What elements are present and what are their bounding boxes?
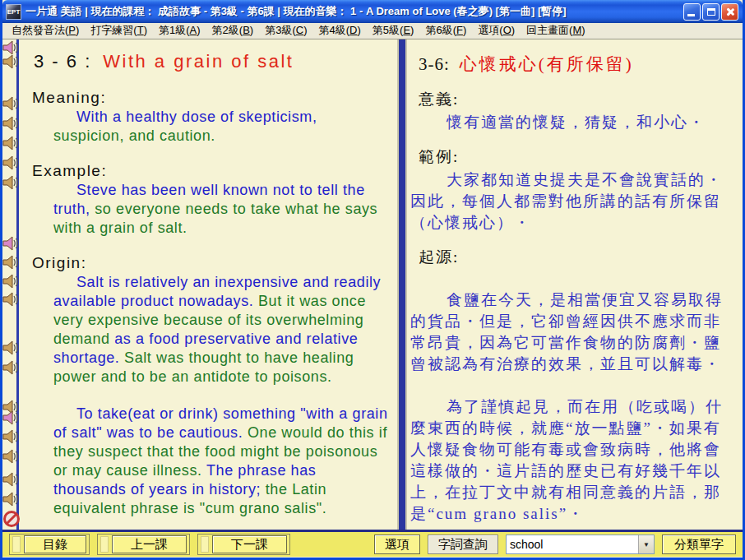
maximize-button[interactable] [702, 3, 720, 21]
word-search-combobox: ▼ [506, 535, 655, 554]
speaker-icon[interactable] [2, 135, 19, 151]
menu-item-f[interactable]: 第6級(F) [419, 22, 472, 39]
menu-item-label: 選項 [478, 24, 499, 36]
speaker-icon[interactable] [2, 235, 19, 252]
stop-icon[interactable] [2, 510, 21, 528]
lesson-phrase: 心懷戒心(有所保留) [460, 54, 634, 74]
minimize-button[interactable] [683, 3, 701, 21]
app-logo-text: EPT [7, 8, 21, 16]
english-panel: 3 - 6 :With a grain of saltMeaning:With … [19, 39, 397, 530]
menu-item-o[interactable]: 選項(O) [472, 22, 521, 39]
prev-lesson-button-group: 上一課 [97, 534, 190, 555]
menu-bar: 自然發音法(P)打字練習(T)第1級(A)第2級(B)第3級(C)第4級(D)第… [2, 23, 743, 39]
section-heading: Example: [32, 162, 397, 180]
menu-item-label: 打字練習 [90, 24, 133, 36]
menu-item-e[interactable]: 第5級(E) [367, 22, 420, 39]
speaker-icon[interactable] [2, 428, 19, 445]
menu-item-label: 第6級 [425, 24, 452, 36]
menu-item-label: 自然發音法 [12, 24, 65, 36]
speaker-icon[interactable] [2, 448, 19, 465]
lesson-paragraph: 食鹽在今天，是相當便宜又容易取得的貨品・但是，它卻曾經因供不應求而非常昂貴，因為… [410, 289, 736, 375]
lesson-paragraph: 懷有適當的懷疑，猜疑，和小心・ [410, 112, 736, 133]
bottom-toolbar: 目錄 上一課 下一課 選項 字詞查詢 ▼ 分類單字 [2, 530, 743, 557]
menu-item-hotkey: A [190, 24, 197, 36]
menu-item-b[interactable]: 第2級(B) [206, 22, 260, 39]
catalog-button[interactable]: 目錄 [24, 535, 86, 553]
text-run: With a healthy dose of skepticism, [76, 109, 317, 125]
button-grip [12, 536, 21, 553]
lesson-paragraph: 為了謹慎起見，而在用（吃或喝）什麼東西的時候，就應“放一點鹽”・如果有人懷疑食物… [410, 396, 736, 525]
lesson-number: 3-6: [419, 54, 450, 74]
maximize-icon [707, 8, 715, 16]
lesson-paragraph: 大家都知道史提夫是不會說實話的・因此，每個人都需對他所講的話有所保留（心懷戒心）… [410, 169, 736, 234]
speaker-icon[interactable] [2, 254, 19, 271]
speaker-icon[interactable] [2, 291, 19, 308]
lesson-content: 3 - 6 :With a grain of saltMeaning:With … [2, 39, 743, 530]
button-grip [100, 536, 109, 553]
text-run: 懷有適當的懷疑，猜疑，和小心・ [447, 113, 706, 131]
combo-dropdown-button[interactable]: ▼ [638, 535, 654, 553]
close-button[interactable] [721, 3, 738, 21]
lesson-phrase: With a grain of salt [103, 51, 294, 72]
options-button[interactable]: 選項 [374, 535, 420, 554]
chinese-panel: 3-6:心懷戒心(有所保留)意義:懷有適當的懷疑，猜疑，和小心・範例:大家都知道… [407, 39, 743, 530]
menu-item-label: 第5級 [372, 24, 400, 36]
menu-item-hotkey: C [296, 24, 303, 36]
menu-item-p[interactable]: 自然發音法(P) [6, 22, 85, 39]
menu-item-t[interactable]: 打字練習(T) [85, 22, 153, 39]
menu-item-label: 第2級 [212, 24, 239, 36]
next-lesson-button-group: 下一課 [197, 534, 290, 555]
minimize-icon [687, 14, 695, 16]
speaker-icon[interactable] [2, 491, 19, 507]
section-heading: Meaning: [32, 89, 397, 107]
catalog-button-group: 目錄 [9, 534, 90, 555]
menu-item-hotkey: F [456, 24, 463, 36]
button-grip [201, 536, 209, 553]
menu-item-hotkey: D [349, 24, 357, 36]
menu-item-d[interactable]: 第4級(D) [313, 22, 367, 39]
speaker-icon[interactable] [2, 95, 19, 112]
menu-item-m[interactable]: 回主畫面(M) [521, 22, 591, 39]
menu-item-label: 第1級 [159, 24, 186, 36]
speaker-icon[interactable] [2, 359, 19, 376]
word-search-input[interactable] [507, 535, 638, 553]
text-run: 為了謹慎起見，而在用（吃或喝）什麼東西的時候，就應“放一點鹽”・如果有人懷疑食物… [410, 398, 723, 522]
speaker-icon[interactable] [2, 115, 19, 132]
section-heading: 意義: [419, 89, 743, 110]
text-run: so everyone needs to take what he says w… [53, 201, 377, 236]
categorized-words-button[interactable]: 分類單字 [662, 535, 736, 554]
speaker-icon[interactable] [2, 340, 19, 356]
lesson-title: 3 - 6 :With a grain of salt [34, 51, 397, 72]
next-lesson-button[interactable]: 下一課 [212, 535, 287, 553]
speaker-icon[interactable] [2, 53, 19, 70]
prev-lesson-button[interactable]: 上一課 [112, 535, 187, 553]
lesson-paragraph: Steve has been well known not to tell th… [53, 181, 392, 238]
lesson-paragraph: Salt is relatively an inexpensive and re… [53, 273, 392, 386]
lesson-paragraph: To take(eat or drink) something "with a … [53, 405, 392, 518]
speaker-icon[interactable] [2, 273, 19, 289]
menu-item-label: 回主畫面 [526, 24, 569, 36]
speaker-icon[interactable] [2, 410, 19, 426]
lesson-title: 3-6:心懷戒心(有所保留) [419, 53, 743, 76]
panel-divider [397, 39, 407, 530]
app-window: EPT 一片通 美語 | 現在的課程： 成語故事 - 第3級 - 第6課 | 現… [0, 0, 745, 560]
window-title: 一片通 美語 | 現在的課程： 成語故事 - 第3級 - 第6課 | 現在的音樂… [25, 4, 679, 19]
menu-item-label: 第4級 [319, 24, 346, 36]
text-run: 食鹽在今天，是相當便宜又容易取得的貨品・但是，它卻曾經因供不應求而非常昂貴，因為… [410, 291, 723, 373]
section-heading: 起源: [419, 247, 743, 268]
menu-item-c[interactable]: 第3級(C) [259, 22, 312, 39]
title-bar[interactable]: EPT 一片通 美語 | 現在的課程： 成語故事 - 第3級 - 第6課 | 現… [2, 0, 743, 23]
menu-item-hotkey: E [403, 24, 410, 36]
speaker-icon[interactable] [2, 155, 19, 171]
section-heading: 範例: [419, 146, 743, 168]
speaker-icon[interactable] [2, 174, 19, 191]
lesson-number: 3 - 6 : [34, 51, 91, 72]
menu-item-hotkey: M [572, 24, 581, 36]
menu-item-hotkey: T [137, 24, 144, 36]
word-lookup-button[interactable]: 字詞查詢 [428, 535, 498, 554]
text-run: suspicion, and caution. [53, 127, 215, 144]
close-icon [725, 7, 734, 16]
menu-item-a[interactable]: 第1級(A) [153, 22, 206, 39]
menu-item-hotkey: P [68, 24, 76, 36]
speaker-icon[interactable] [2, 471, 19, 488]
